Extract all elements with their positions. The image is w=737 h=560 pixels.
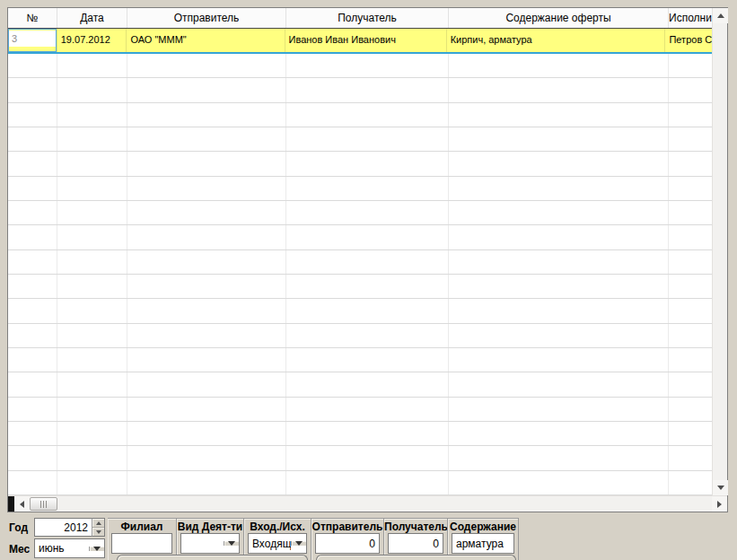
grid-empty-row[interactable] bbox=[8, 275, 712, 299]
column-header-content[interactable]: Содержание оферты bbox=[449, 8, 669, 28]
cell-content[interactable]: Кирпич, арматура bbox=[447, 29, 666, 52]
grid-empty-cell[interactable] bbox=[286, 471, 449, 494]
grid-empty-cell[interactable] bbox=[127, 324, 286, 347]
grid-empty-cell[interactable] bbox=[8, 225, 57, 249]
grid-empty-row[interactable] bbox=[8, 103, 712, 127]
grid-empty-cell[interactable] bbox=[8, 299, 57, 322]
column-header-executor[interactable]: Исполни bbox=[669, 8, 712, 28]
cell-receiver[interactable]: Иванов Иван Иванович bbox=[285, 29, 447, 52]
grid-empty-cell[interactable] bbox=[127, 250, 286, 274]
horizontal-scrollbar[interactable] bbox=[8, 495, 727, 512]
grid-empty-row[interactable] bbox=[8, 372, 712, 397]
month-select[interactable]: июнь bbox=[34, 538, 105, 558]
cell-number-focused[interactable]: 3 bbox=[8, 29, 57, 52]
chevron-down-icon[interactable] bbox=[89, 547, 104, 551]
grid-empty-cell[interactable] bbox=[669, 422, 712, 445]
grid-empty-cell[interactable] bbox=[669, 127, 712, 151]
grid-empty-cell[interactable] bbox=[449, 398, 669, 421]
grid-empty-cell[interactable] bbox=[449, 54, 669, 77]
grid-empty-cell[interactable] bbox=[8, 127, 57, 151]
grid-empty-cell[interactable] bbox=[57, 103, 127, 127]
grid-empty-cell[interactable] bbox=[449, 446, 669, 469]
grid-empty-cell[interactable] bbox=[449, 78, 669, 101]
grid-empty-cell[interactable] bbox=[8, 324, 57, 347]
grid-empty-row[interactable] bbox=[8, 299, 712, 323]
grid-empty-cell[interactable] bbox=[57, 446, 127, 469]
scroll-right-icon[interactable] bbox=[712, 496, 727, 512]
grid-empty-cell[interactable] bbox=[127, 78, 286, 101]
grid-empty-cell[interactable] bbox=[57, 471, 127, 494]
grid-empty-cell[interactable] bbox=[669, 275, 712, 298]
grid-empty-cell[interactable] bbox=[286, 372, 449, 396]
grid-empty-cell[interactable] bbox=[286, 152, 449, 175]
grid-empty-cell[interactable] bbox=[8, 103, 57, 127]
grid-empty-cell[interactable] bbox=[286, 250, 449, 274]
grid-empty-cell[interactable] bbox=[57, 54, 127, 77]
grid-empty-cell[interactable] bbox=[449, 201, 669, 224]
grid-empty-cell[interactable] bbox=[669, 299, 712, 322]
grid-empty-cell[interactable] bbox=[8, 250, 57, 274]
grid-empty-cell[interactable] bbox=[127, 54, 286, 77]
spin-down-icon[interactable] bbox=[92, 527, 104, 536]
grid-empty-cell[interactable] bbox=[57, 324, 127, 347]
grid-empty-cell[interactable] bbox=[449, 348, 669, 372]
grid-empty-cell[interactable] bbox=[449, 324, 669, 347]
grid-empty-row[interactable] bbox=[8, 398, 712, 422]
grid-empty-cell[interactable] bbox=[8, 372, 57, 396]
chevron-down-icon[interactable] bbox=[224, 541, 239, 546]
grid-empty-cell[interactable] bbox=[286, 446, 449, 469]
cell-date[interactable]: 19.07.2012 bbox=[57, 29, 127, 52]
grid-empty-cell[interactable] bbox=[57, 225, 127, 249]
branch-input[interactable] bbox=[111, 533, 172, 554]
grid-empty-cell[interactable] bbox=[127, 348, 286, 372]
grid-empty-cell[interactable] bbox=[286, 177, 449, 200]
grid-empty-row[interactable] bbox=[8, 422, 712, 446]
column-header-sender[interactable]: Отправитель bbox=[127, 8, 286, 28]
grid-empty-cell[interactable] bbox=[669, 348, 712, 372]
grid-empty-cell[interactable] bbox=[8, 275, 57, 298]
grid-empty-cell[interactable] bbox=[8, 54, 57, 77]
activity-type-select[interactable] bbox=[180, 533, 240, 554]
grid-empty-row[interactable] bbox=[8, 225, 712, 249]
grid-empty-cell[interactable] bbox=[449, 275, 669, 298]
grid-empty-cell[interactable] bbox=[127, 398, 286, 421]
grid-empty-cell[interactable] bbox=[286, 201, 449, 224]
grid-empty-cell[interactable] bbox=[127, 103, 286, 127]
grid-empty-cell[interactable] bbox=[8, 471, 57, 494]
grid-empty-row[interactable] bbox=[8, 348, 712, 372]
grid-empty-row[interactable] bbox=[8, 324, 712, 348]
grid-empty-cell[interactable] bbox=[669, 372, 712, 396]
grid-empty-cell[interactable] bbox=[127, 299, 286, 322]
column-header-receiver[interactable]: Получатель bbox=[286, 8, 449, 28]
grid-empty-cell[interactable] bbox=[57, 201, 127, 224]
grid-empty-row[interactable] bbox=[8, 54, 712, 78]
grid-empty-row[interactable] bbox=[8, 177, 712, 201]
grid-empty-cell[interactable] bbox=[669, 446, 712, 469]
grid-empty-cell[interactable] bbox=[449, 422, 669, 445]
column-header-number[interactable]: № bbox=[8, 8, 57, 28]
spin-up-icon[interactable] bbox=[92, 519, 104, 527]
grid-empty-cell[interactable] bbox=[286, 348, 449, 372]
grid-empty-cell[interactable] bbox=[127, 127, 286, 151]
grid-empty-cell[interactable] bbox=[57, 78, 127, 101]
grid-empty-cell[interactable] bbox=[57, 250, 127, 274]
grid-empty-cell[interactable] bbox=[286, 127, 449, 151]
grid-empty-cell[interactable] bbox=[449, 299, 669, 322]
scroll-up-icon[interactable] bbox=[713, 8, 728, 23]
grid-empty-cell[interactable] bbox=[286, 422, 449, 445]
grid-empty-cell[interactable] bbox=[669, 103, 712, 127]
grid-empty-cell[interactable] bbox=[286, 78, 449, 101]
grid-empty-cell[interactable] bbox=[8, 348, 57, 372]
grid-empty-cell[interactable] bbox=[669, 201, 712, 224]
grid-empty-cell[interactable] bbox=[127, 152, 286, 175]
grid-empty-cell[interactable] bbox=[669, 225, 712, 249]
grid-empty-cell[interactable] bbox=[286, 398, 449, 421]
grid-empty-cell[interactable] bbox=[8, 201, 57, 224]
grid-empty-row[interactable] bbox=[8, 250, 712, 275]
grid-empty-cell[interactable] bbox=[449, 103, 669, 127]
sender-input[interactable]: 0 bbox=[315, 533, 380, 554]
grid-empty-cell[interactable] bbox=[57, 398, 127, 421]
grid-empty-cell[interactable] bbox=[286, 299, 449, 322]
column-header-date[interactable]: Дата bbox=[57, 8, 127, 28]
cell-executor[interactable]: Петров С bbox=[665, 29, 712, 52]
